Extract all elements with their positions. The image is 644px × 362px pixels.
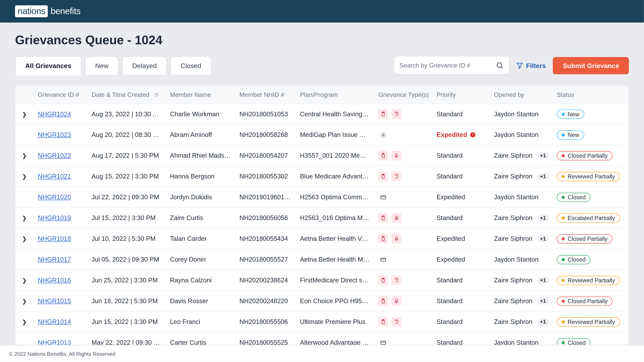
opened-by-cell: Zaire Siphron+1 — [490, 291, 552, 311]
status-cell: Reviewed Partially — [552, 166, 628, 187]
submit-grievance-button[interactable]: Submit Grievance — [553, 57, 629, 74]
priority-cell: Standard — [432, 145, 490, 166]
filters-button[interactable]: Filters — [516, 62, 546, 69]
hearing-icon — [392, 171, 401, 181]
grievance-id-link[interactable]: NHGR1019 — [38, 214, 71, 221]
status-dot — [562, 216, 564, 219]
table-body: ❯NHGR1024Aug 23, 2022 | 10:30 AMCharlie … — [16, 104, 628, 345]
plan-cell: Aetna Better Health Medall… — [296, 249, 374, 270]
opened-by-cell: Zaire Siphron+1 — [490, 270, 552, 291]
col-priority-header[interactable]: Priority — [432, 86, 490, 104]
search-input[interactable] — [400, 62, 496, 69]
status-cell: Closed — [552, 187, 628, 207]
status-badge: Closed Partially — [556, 296, 612, 306]
table-row: NHGR1013May 22, 2022 | 09:30 PMCarter Cu… — [16, 332, 628, 345]
grievance-id-link[interactable]: NHGR1016 — [38, 277, 71, 284]
clipboard-icon — [378, 171, 388, 181]
status-dot — [562, 154, 564, 157]
status-cell: Reviewed Partially — [552, 311, 628, 332]
svg-point-8 — [382, 134, 384, 136]
mic-icon — [392, 151, 401, 160]
priority-cell: Standard — [432, 166, 490, 187]
brand-logo: nations benefits — [15, 5, 80, 17]
grievance-id-link[interactable]: NHGR1023 — [38, 131, 71, 138]
grievance-id-link[interactable]: NHGR1024 — [38, 110, 71, 117]
mic-icon — [392, 296, 401, 306]
status-dot — [562, 175, 564, 178]
tab-new[interactable]: New — [85, 56, 118, 75]
types-cell — [374, 228, 432, 249]
svg-line-1 — [502, 67, 503, 68]
clipboard-icon — [378, 275, 388, 285]
col-status-header[interactable]: Status — [552, 86, 628, 104]
grievance-id-link[interactable]: NHGR1017 — [38, 256, 71, 263]
types-cell — [374, 291, 432, 311]
table-row: ❯NHGR1014Jun 15, 2022 | 3:30 PMLeo Franc… — [16, 311, 628, 332]
svg-rect-18 — [381, 195, 386, 199]
priority-cell: Standard — [432, 311, 490, 332]
col-opened-header[interactable]: Opened by — [490, 86, 552, 104]
priority-cell: Standard — [432, 332, 490, 345]
clipboard-icon — [378, 151, 388, 160]
tab-all-grievances[interactable]: All Grievances — [15, 56, 82, 75]
opened-count-pill: +1 — [537, 214, 549, 221]
col-nhid-header[interactable]: Member NHID # — [235, 86, 296, 104]
date-cell: Aug 20, 2022 | 08:30 PM — [87, 124, 166, 145]
table-header-row: Grievance ID # Date & Time Created Membe… — [16, 86, 628, 104]
priority-cell: Standard — [432, 291, 490, 311]
gear-icon — [378, 130, 388, 140]
member-name-cell: Corey Donin — [166, 249, 235, 270]
col-member-header[interactable]: Member Name — [166, 86, 235, 104]
col-plan-header[interactable]: Plan/Program — [296, 86, 374, 104]
table-row: ❯NHGR1019Jul 15, 2022 | 3:30 PMZaire Cur… — [16, 207, 628, 228]
hearing-icon — [392, 275, 401, 285]
plan-cell: Alterwood Advantage Fre… — [296, 332, 374, 345]
search-box[interactable] — [394, 57, 509, 74]
grievance-id-link[interactable]: NHGR1020 — [38, 194, 71, 201]
col-date-header[interactable]: Date & Time Created — [87, 86, 166, 104]
plan-cell: H2563 Optima Community… — [296, 187, 374, 207]
status-badge: Closed Partially — [556, 151, 612, 160]
plan-cell: Eon Choice PPO H9589… — [296, 291, 374, 311]
opened-by-cell: Jaydon Stanton — [490, 104, 552, 124]
opened-by-cell: Zaire Siphron+1 — [490, 207, 552, 228]
svg-rect-34 — [396, 299, 397, 302]
chevron-right-icon[interactable]: ❯ — [22, 173, 27, 180]
col-id-header[interactable]: Grievance ID # — [33, 86, 87, 104]
plan-cell: Ultimate Premiere Plus — [296, 311, 374, 332]
member-name-cell: Leo Franci — [166, 311, 235, 332]
status-dot — [562, 300, 564, 303]
card-icon — [378, 255, 388, 264]
opened-by-cell: Jaydon Stanton — [490, 124, 552, 145]
chevron-right-icon[interactable]: ❯ — [22, 277, 27, 284]
opened-count-pill: +1 — [537, 277, 549, 284]
chevron-right-icon[interactable]: ❯ — [22, 215, 27, 222]
types-cell — [374, 311, 432, 332]
grievances-table-wrap: Grievance ID # Date & Time Created Membe… — [15, 85, 629, 345]
status-dot — [562, 320, 564, 323]
types-cell — [374, 145, 432, 166]
svg-rect-22 — [396, 216, 397, 218]
col-types-header[interactable]: Grievance Type(s) — [374, 86, 432, 104]
grievance-id-link[interactable]: NHGR1021 — [38, 173, 71, 180]
member-name-cell: Zaire Curtis — [166, 207, 235, 228]
grievance-id-link[interactable]: NHGR1022 — [38, 152, 71, 159]
priority-cell: Expedited — [432, 249, 490, 270]
grievance-id-link[interactable]: NHGR1014 — [38, 318, 71, 325]
tab-closed[interactable]: Closed — [170, 56, 211, 75]
chevron-right-icon[interactable]: ❯ — [22, 152, 27, 159]
chevron-right-icon[interactable]: ❯ — [22, 236, 27, 242]
grievance-id-link[interactable]: NHGR1015 — [38, 298, 71, 305]
status-badge: Reviewed Partially — [556, 172, 620, 181]
status-badge: Closed — [556, 338, 590, 345]
grievance-id-link[interactable]: NHGR1013 — [38, 339, 71, 345]
status-dot — [562, 196, 564, 199]
chevron-right-icon[interactable]: ❯ — [22, 298, 27, 305]
member-name-cell: Charlie Workman — [166, 104, 235, 124]
grievance-id-link[interactable]: NHGR1018 — [38, 235, 71, 242]
table-row: ❯NHGR1024Aug 23, 2022 | 10:30 AMCharlie … — [16, 104, 628, 124]
chevron-right-icon[interactable]: ❯ — [22, 111, 27, 118]
tab-delayed[interactable]: Delayed — [122, 56, 167, 75]
hearing-icon — [392, 109, 401, 119]
chevron-right-icon[interactable]: ❯ — [22, 319, 27, 325]
